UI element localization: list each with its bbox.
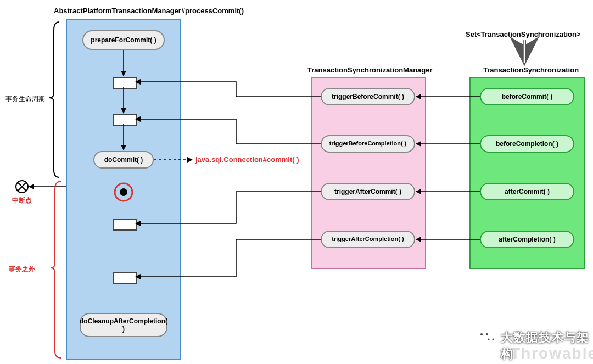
sync-title: TransactionSynchronization (483, 66, 579, 74)
trigger-before-commit: triggerBeforeCommit( ) (321, 88, 415, 105)
after-commit: afterCommit( ) (480, 183, 574, 200)
blank-step-1 (113, 77, 137, 89)
before-completion: beforeCompletion( ) (480, 135, 574, 153)
wechat-icon (477, 329, 497, 346)
trigger-after-commit: triggerAfterCommit( ) (321, 183, 415, 200)
blank-step-2 (113, 114, 137, 126)
after-completion: afterCompletion( ) (480, 231, 574, 248)
svg-point-18 (480, 333, 483, 335)
blank-step-4 (113, 272, 137, 284)
main-title: AbstractPlatformTransactionManager#proce… (54, 7, 244, 15)
breakpoint-label: 中断点 (12, 196, 32, 205)
svg-point-21 (492, 338, 494, 340)
svg-line-14 (18, 183, 26, 191)
cleanup-node: doCleanupAfterCompletion( ) (80, 313, 167, 337)
syncmgr-title: TransactionSynchronizationManager (307, 66, 433, 74)
svg-point-20 (488, 338, 489, 340)
svg-point-19 (486, 333, 488, 335)
outside-label: 事务之外 (9, 265, 35, 274)
do-commit-node: doCommit( ) (93, 151, 154, 169)
before-commit: beforeCommit( ) (480, 88, 574, 105)
prepare-for-commit-node: prepareForCommit( ) (82, 30, 165, 50)
svg-point-12 (16, 181, 28, 193)
cross-icon (16, 181, 28, 193)
commit-call-label: java.sql.Connection#commit( ) (195, 155, 299, 164)
watermark-throwable: Throwable (511, 345, 593, 362)
lifecycle-label: 事务生命周期 (5, 94, 45, 104)
blank-step-3 (113, 219, 137, 231)
set-sync-title: Set<TransactionSynchronization> (466, 30, 581, 38)
trigger-before-completion: triggerBeforeCompletion( ) (321, 135, 415, 153)
blue-container (66, 19, 181, 360)
svg-line-13 (18, 183, 26, 191)
trigger-after-completion: triggerAfterCompletion( ) (321, 231, 415, 248)
svg-point-17 (484, 335, 497, 346)
svg-point-16 (477, 329, 492, 343)
